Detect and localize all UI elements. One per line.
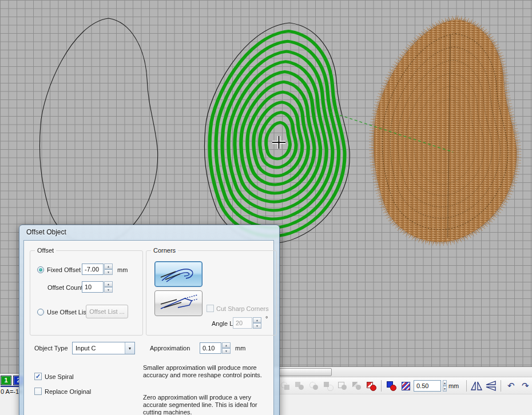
boolean-back-minus-front-icon[interactable] <box>351 380 363 392</box>
approximation-spinner[interactable]: ▲ ▼ <box>222 342 231 354</box>
spinner-down-icon[interactable]: ▼ <box>443 386 447 392</box>
use-spiral-checkbox[interactable]: ✓ <box>34 373 42 380</box>
status-bar <box>273 394 532 415</box>
fixed-offset-label: Fixed Offset <box>47 266 81 273</box>
use-spiral-label: Use Spiral <box>45 373 74 380</box>
remove-overlaps-icon[interactable] <box>365 380 378 392</box>
angle-limit-input[interactable] <box>233 317 252 329</box>
bottom-toolbar: ▲ ▼ mm ↶ ↷ ↺ <box>273 377 532 394</box>
use-offset-list-label: Use Offset List <box>47 309 88 316</box>
scrollbar-thumb[interactable] <box>279 368 332 376</box>
spinner-up-icon[interactable]: ▲ <box>104 281 113 287</box>
use-offset-list-radio[interactable] <box>37 309 44 316</box>
rounded-corners-button[interactable] <box>154 261 203 287</box>
approximation-help-text: Smaller approximation will produce more … <box>143 364 276 379</box>
offset-object-dialog: Offset Object Offset Fixed Offset ▲ ▼ mm… <box>19 225 280 415</box>
spinner-up-icon[interactable]: ▲ <box>443 380 447 386</box>
approximation-label: Approximation <box>150 345 190 352</box>
dialog-body: Offset Fixed Offset ▲ ▼ mm Offset Count … <box>23 240 274 415</box>
boolean-weld-icon[interactable] <box>279 380 292 392</box>
boolean-intersect-icon[interactable] <box>308 380 320 392</box>
offset-list-button[interactable]: Offset List ... <box>86 305 128 318</box>
outline-shape <box>39 18 157 245</box>
approximation-input[interactable] <box>200 342 221 354</box>
spinner-up-icon[interactable]: ▲ <box>104 264 113 269</box>
toolbar-separator <box>501 380 501 392</box>
stitch-length-unit: mm <box>448 382 459 389</box>
stitch-length-input[interactable] <box>414 380 441 392</box>
offset-groupbox: Offset Fixed Offset ▲ ▼ mm Offset Count … <box>30 250 143 336</box>
stitched-shape <box>374 19 517 242</box>
boolean-exclude-icon[interactable] <box>322 380 335 392</box>
stitch-length-spinner[interactable]: ▲ ▼ <box>443 380 447 392</box>
app-window: 1 2 0 A=-14 <box>0 0 532 415</box>
cut-sharp-corners-checkbox[interactable] <box>207 305 214 312</box>
spinner-up-icon[interactable]: ▲ <box>253 317 261 323</box>
approximation-unit: mm <box>235 345 245 352</box>
offset-count-input[interactable] <box>82 281 104 293</box>
angle-limit-spinner[interactable]: ▲ ▼ <box>253 317 261 329</box>
spinner-up-icon[interactable]: ▲ <box>222 342 231 348</box>
fixed-offset-input[interactable] <box>82 264 104 275</box>
object-type-combobox[interactable]: Input C ▼ <box>72 342 135 354</box>
offset-group-label: Offset <box>35 247 56 254</box>
dialog-title: Offset Object <box>26 228 66 236</box>
boolean-front-minus-back-icon[interactable] <box>336 380 349 392</box>
offset-count-label: Offset Count <box>47 284 83 291</box>
spinner-down-icon[interactable]: ▼ <box>222 348 231 354</box>
chevron-down-icon[interactable]: ▼ <box>125 342 134 354</box>
mirror-vertical-icon[interactable] <box>485 380 497 392</box>
rotate-left-icon[interactable]: ↶ <box>505 380 517 392</box>
spinner-down-icon[interactable]: ▼ <box>104 287 113 293</box>
combine-objects-icon[interactable] <box>385 380 398 392</box>
corners-groupbox: Corners <box>146 250 277 336</box>
fixed-offset-unit: mm <box>117 266 128 273</box>
pattern-fill-icon[interactable] <box>399 380 412 392</box>
cut-sharp-corners-label: Cut Sharp Corners <box>216 305 269 312</box>
fixed-offset-spinner[interactable]: ▲ ▼ <box>104 264 113 275</box>
replace-original-checkbox[interactable] <box>34 388 42 395</box>
horizontal-scrollbar[interactable] <box>273 366 532 377</box>
offset-count-spinner[interactable]: ▲ ▼ <box>104 281 113 293</box>
boolean-trim-icon[interactable] <box>293 380 306 392</box>
angle-limit-unit: ° <box>265 315 268 322</box>
spinner-down-icon[interactable]: ▼ <box>253 323 261 329</box>
palette-color-1[interactable]: 1 <box>1 376 11 385</box>
spinner-down-icon[interactable]: ▼ <box>104 269 113 275</box>
replace-original-label: Replace Original <box>45 388 91 395</box>
object-type-label: Object Type <box>34 345 68 352</box>
toolbar-separator <box>381 380 382 392</box>
fixed-offset-radio[interactable] <box>37 266 44 273</box>
offset-spiral-shape <box>204 23 350 243</box>
mirror-horizontal-icon[interactable] <box>470 380 483 392</box>
zero-approximation-help-text: Zero approximation will produce a very a… <box>143 394 276 415</box>
toolbar-separator <box>466 380 467 392</box>
crosshair-cursor <box>272 136 285 149</box>
object-type-value: Input C <box>73 345 125 352</box>
corners-group-label: Corners <box>151 247 178 254</box>
sharp-corners-button[interactable] <box>154 290 203 316</box>
rotate-right-icon[interactable]: ↷ <box>519 380 531 392</box>
rounded-corners-icon <box>158 265 198 284</box>
sharp-corners-icon <box>158 294 198 313</box>
